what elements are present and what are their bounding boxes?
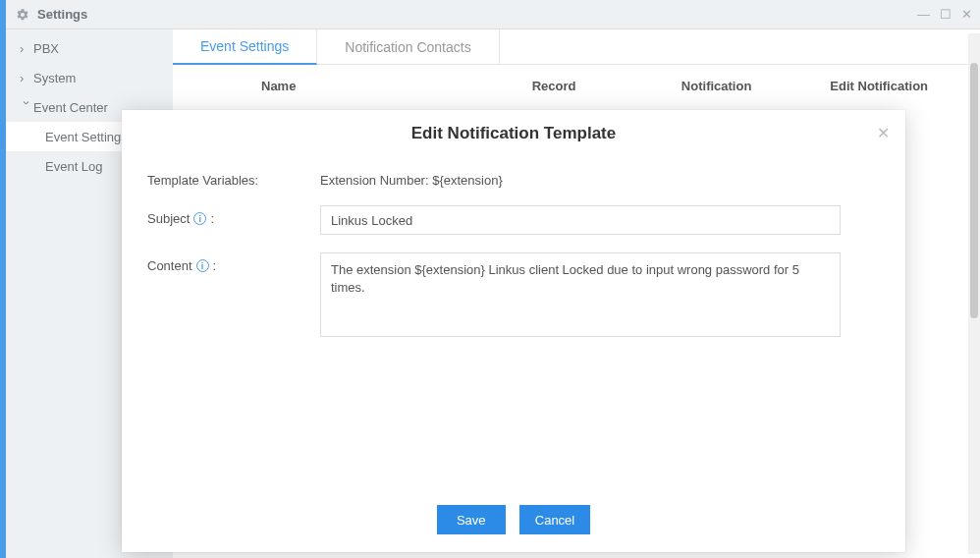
scrollbar-thumb[interactable]	[970, 63, 978, 318]
modal-title: Edit Notification Template	[411, 124, 616, 142]
tabs: Event Settings Notification Contacts	[173, 29, 980, 65]
window-title: Settings	[37, 7, 917, 22]
sidebar-item-label: Event Center	[33, 100, 108, 115]
info-icon[interactable]: i	[193, 212, 206, 225]
gear-icon	[16, 8, 29, 22]
column-header-name: Name	[192, 79, 472, 93]
tab-label: Notification Contacts	[345, 39, 470, 55]
edit-notification-modal: Edit Notification Template ✕ Template Va…	[122, 110, 905, 552]
maximize-icon[interactable]: ☐	[940, 7, 952, 22]
row-template-variables: Template Variables: Extension Number: ${…	[147, 167, 880, 188]
scrollbar[interactable]	[968, 33, 980, 554]
title-bar: Settings — ☐ ✕	[0, 0, 980, 29]
column-header-edit-notification: Edit Notification	[797, 79, 960, 93]
column-header-record: Record	[472, 79, 635, 93]
chevron-right-icon: ›	[20, 71, 33, 85]
window-left-accent	[0, 0, 6, 558]
label-content: Content i :	[147, 252, 320, 273]
modal-footer: Save Cancel	[122, 491, 905, 552]
save-button[interactable]: Save	[437, 505, 506, 534]
sidebar-item-system[interactable]: › System	[0, 63, 173, 92]
close-window-icon[interactable]: ✕	[961, 7, 972, 22]
modal-header: Edit Notification Template ✕	[122, 110, 905, 157]
minimize-icon[interactable]: —	[917, 7, 930, 22]
sidebar-subitem-label: Event Log	[45, 159, 103, 174]
subject-input[interactable]	[320, 205, 841, 235]
content-textarea[interactable]	[320, 252, 841, 337]
chevron-right-icon: ›	[20, 41, 33, 56]
tab-notification-contacts[interactable]: Notification Contacts	[317, 29, 499, 64]
tab-label: Event Settings	[200, 38, 289, 54]
row-subject: Subject i :	[147, 205, 880, 235]
modal-body: Template Variables: Extension Number: ${…	[122, 157, 905, 491]
sidebar-subitem-label: Event Settings	[45, 130, 128, 144]
info-icon[interactable]: i	[196, 259, 209, 272]
sidebar-item-label: PBX	[33, 41, 59, 56]
tab-event-settings[interactable]: Event Settings	[173, 29, 317, 65]
label-subject: Subject i :	[147, 205, 320, 226]
sidebar-item-label: System	[33, 71, 76, 85]
chevron-down-icon: ›	[20, 100, 34, 114]
window-controls: — ☐ ✕	[917, 7, 972, 22]
close-icon[interactable]: ✕	[877, 124, 890, 142]
label-template-variables: Template Variables:	[147, 167, 320, 188]
cancel-button[interactable]: Cancel	[519, 505, 590, 534]
row-content: Content i :	[147, 252, 880, 340]
table-header: Name Record Notification Edit Notificati…	[173, 65, 980, 107]
sidebar-item-pbx[interactable]: › PBX	[0, 33, 173, 63]
template-variables-value: Extension Number: ${extension}	[320, 167, 503, 188]
column-header-notification: Notification	[635, 79, 798, 93]
